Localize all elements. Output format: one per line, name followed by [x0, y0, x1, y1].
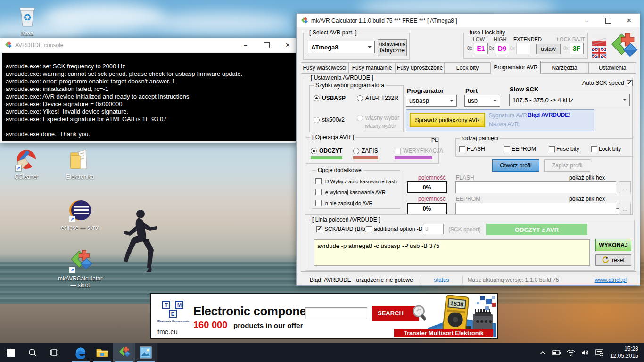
- hex-prefix: 0x: [467, 46, 472, 51]
- radio-usbasp[interactable]: USBASP: [314, 95, 346, 101]
- minimize-button[interactable]: [576, 14, 597, 27]
- radio-stk500v2[interactable]: stk500v2: [314, 116, 345, 123]
- checkbox-opt-d[interactable]: -D Wyłącz auto kasowanie flash: [315, 178, 397, 184]
- taskbar-mkavr-calculator[interactable]: [113, 343, 135, 362]
- eclipse-icon: [68, 198, 92, 222]
- checkbox-lock-bity[interactable]: Lock bity: [591, 146, 621, 152]
- checkbox-sck-baud[interactable]: SCK/BAUD (B/b): [316, 226, 367, 232]
- checkbox-eeprom[interactable]: EEPROM: [504, 146, 536, 152]
- tray-volume-icon[interactable]: [579, 343, 591, 362]
- console-line: avrdude.exe: error: programm enable: tar…: [6, 78, 175, 85]
- tab-lock-bity[interactable]: Lock bity: [444, 62, 491, 73]
- atnel-link[interactable]: www.atnel.pl: [595, 277, 627, 283]
- fuse-high-field[interactable]: D9: [495, 43, 509, 54]
- tray-wifi-icon[interactable]: [565, 343, 577, 362]
- button-label: reset: [612, 257, 625, 263]
- close-button[interactable]: [619, 14, 640, 27]
- checkbox-flash[interactable]: FLASH: [459, 146, 485, 152]
- desktop-icon-ccleaner[interactable]: CCleaner: [4, 147, 49, 180]
- lock-bajt-field[interactable]: 3F: [570, 43, 584, 54]
- checkbox-additional-b[interactable]: additional option -B: [366, 226, 422, 232]
- desktop-icon-mkavrcalculator[interactable]: mkAVRCalculator — skrót: [58, 249, 103, 288]
- ustaw-button[interactable]: ustaw: [536, 44, 561, 54]
- tab-ustawienia[interactable]: Ustawienia: [588, 62, 636, 73]
- uk-flag-icon[interactable]: [592, 48, 606, 58]
- taskbar-file-explorer[interactable]: [91, 343, 113, 362]
- eeprom-file-input[interactable]: [455, 203, 616, 214]
- button-label: ...: [622, 184, 627, 191]
- custom-choice-input[interactable]: własny wybór: [365, 123, 401, 129]
- tray-battery-icon[interactable]: [551, 343, 563, 362]
- tray-action-center-icon[interactable]: [593, 343, 605, 362]
- taskbar-edge[interactable]: [70, 343, 91, 362]
- wykonaj-button[interactable]: WYKONAJ: [595, 239, 631, 251]
- browse-flash-button[interactable]: ...: [619, 181, 631, 193]
- tab-fusy-wlasciwosci[interactable]: Fusy właściwości: [301, 62, 348, 73]
- banner-search-input[interactable]: [305, 307, 367, 319]
- programator-value: usbasp: [409, 97, 429, 104]
- button-label: Zapisz profil: [552, 162, 583, 169]
- flash-file-label: FLASH: [456, 174, 474, 181]
- tab-fusy-manualnie[interactable]: Fusy manualnie: [348, 62, 396, 73]
- flash-file-input[interactable]: [455, 181, 616, 193]
- meter-display: 1538: [450, 300, 464, 308]
- tab-programator-avr[interactable]: Programator AVR: [491, 61, 541, 74]
- avr-part-value: ATmega8: [311, 44, 339, 51]
- radio-atb-ft232r[interactable]: ATB-FT232R: [357, 95, 398, 101]
- checkbox-label: -n nie zapisuj do AVR: [323, 200, 372, 206]
- desktop-icon-recycle-bin[interactable]: ♻ Kosz: [5, 4, 50, 37]
- console-titlebar[interactable]: AVRDUDE console: [0, 38, 298, 52]
- console-line: avrdude.exe: Device signature = 0x000000: [6, 100, 123, 107]
- radio-zapis[interactable]: ZAPIS: [353, 148, 378, 154]
- checkbox-label: -e wykonaj kasowanie AVR: [323, 189, 386, 195]
- tab-narzedzia[interactable]: Narzędzia: [541, 62, 588, 73]
- port-select[interactable]: usb: [464, 95, 500, 107]
- lock-bajt-label: LOCK BAJT: [557, 36, 585, 42]
- avr-part-select[interactable]: ATmega8: [308, 41, 375, 53]
- check-connected-avr-button[interactable]: Sprawdź podłączony AVR: [410, 113, 485, 127]
- maximize-button[interactable]: [597, 14, 619, 27]
- reset-button[interactable]: reset: [595, 254, 631, 266]
- avrdude-command-input[interactable]: avrdude -p atmega8 -c usbasp -P usb -B 3…: [314, 239, 590, 266]
- task-view-button[interactable]: [43, 343, 65, 362]
- reset-icon: [602, 256, 609, 263]
- browse-eeprom-button[interactable]: ...: [619, 203, 631, 214]
- checkbox-icon: [315, 189, 322, 195]
- desktop-icon-eclipse[interactable]: eclipse — skrót: [58, 198, 103, 231]
- checkbox-opt-n[interactable]: -n nie zapisuj do AVR: [315, 200, 372, 206]
- maximize-button[interactable]: [256, 38, 277, 52]
- taskbar-clock[interactable]: 15:28 12.05.2016: [607, 346, 640, 360]
- tab-label: Narzędzia: [552, 65, 577, 71]
- app-titlebar[interactable]: mkAVR Calculator 1.1.0 build 75 *** FREE…: [297, 14, 640, 27]
- open-profile-button[interactable]: Otwórz profil: [492, 159, 539, 172]
- checkbox-fuse-bity[interactable]: Fuse bity: [549, 146, 579, 152]
- factory-settings-button[interactable]: ustawienia fabryczne: [378, 39, 407, 56]
- desktop-icon-elektronika[interactable]: Elektronika: [58, 147, 103, 180]
- save-profile-button[interactable]: Zapisz profil: [544, 159, 590, 172]
- group-label: fuse i lock bity: [468, 29, 507, 36]
- checkbox-icon: [627, 80, 633, 86]
- console-output[interactable]: avrdude.exe: set SCK frequency to 2000 H…: [2, 53, 297, 141]
- programator-select[interactable]: usbasp: [406, 95, 457, 107]
- slow-sck-select[interactable]: 187.5 - 375.0 -> 4 kHz: [509, 94, 630, 106]
- poland-flag-icon[interactable]: [592, 35, 606, 46]
- tab-fusy-uproszczone[interactable]: Fusy uproszczone: [396, 62, 444, 73]
- radio-label: stk500v2: [322, 116, 345, 123]
- tme-banner[interactable]: T M E Electronic Components Electronic c…: [150, 293, 498, 339]
- avrdude-console-window: AVRDUDE console avrdude.exe: set SCK fre…: [0, 38, 299, 143]
- close-button[interactable]: [277, 38, 298, 52]
- fuse-low-field[interactable]: E1: [474, 43, 488, 54]
- radio-odczyt[interactable]: ODCZYT: [311, 148, 342, 154]
- start-button[interactable]: [0, 343, 22, 362]
- checkbox-icon: [316, 226, 322, 232]
- minimize-button[interactable]: [235, 38, 256, 52]
- b-value-input[interactable]: 8: [423, 224, 444, 234]
- icon-label: mkAVRCalculator — skrót: [58, 275, 103, 288]
- taskbar-photos[interactable]: [135, 343, 157, 362]
- checkbox-opt-e[interactable]: -e wykonaj kasowanie AVR: [315, 189, 386, 195]
- taskbar-search-button[interactable]: [22, 343, 43, 362]
- sygnatura-label: Sygnatura AVR:: [489, 112, 529, 119]
- auto-sck-speed-checkbox[interactable]: Auto SCK speed: [582, 80, 633, 86]
- icon-label: eclipse — skrót: [58, 224, 103, 231]
- tray-chevron-up-icon[interactable]: [537, 343, 549, 362]
